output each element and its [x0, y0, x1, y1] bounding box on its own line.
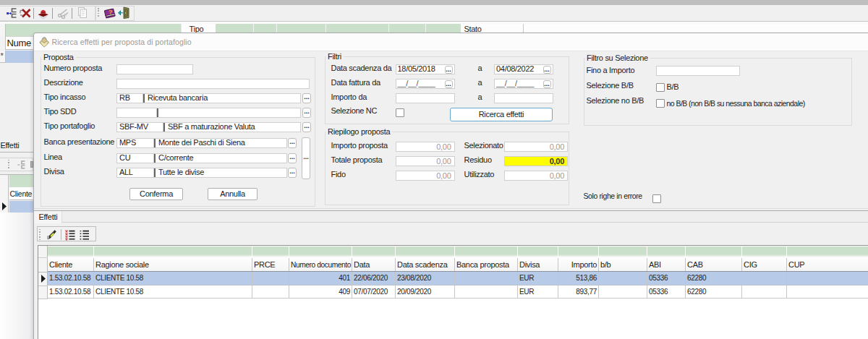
svg-text:?: ? — [109, 8, 113, 16]
